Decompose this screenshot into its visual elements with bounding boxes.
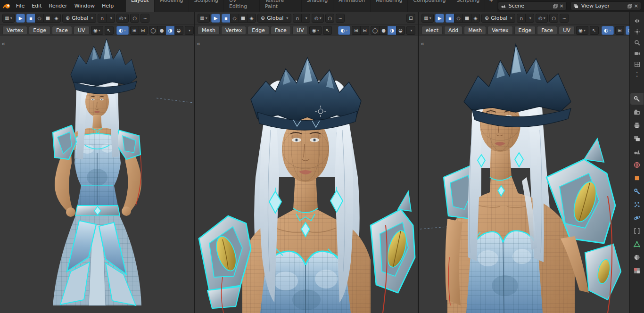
collapse-panel-icon[interactable]: « xyxy=(1,41,5,47)
face-select-mode-button[interactable]: ■ xyxy=(43,14,52,23)
solid-shading-button[interactable]: ● xyxy=(379,26,388,35)
uv-menu-button[interactable]: UV xyxy=(74,26,90,35)
snap-settings-dropdown[interactable]: ▾ xyxy=(525,14,534,23)
visibility-dropdown[interactable]: ◉▾ xyxy=(576,26,588,35)
tab-tool[interactable] xyxy=(630,93,644,105)
menu-help[interactable]: Help xyxy=(99,1,117,10)
grid-toggle-icon[interactable] xyxy=(631,59,643,69)
add-menu-button[interactable]: Add xyxy=(444,26,462,35)
vertex-select-mode-button[interactable]: ▪ xyxy=(222,14,231,23)
proportional-editing-toggle[interactable]: ○ xyxy=(549,14,558,23)
material-shading-button[interactable]: ◑ xyxy=(388,26,396,35)
snap-magnet-icon[interactable]: ∩ xyxy=(517,14,526,23)
pivot-point-dropdown[interactable]: ◎▾ xyxy=(536,14,548,23)
collapse-panel-icon[interactable]: « xyxy=(197,41,200,47)
select-cursor-icon[interactable]: ↖ xyxy=(105,26,114,35)
add-workspace-button[interactable]: + xyxy=(485,0,497,12)
new-view-layer-icon[interactable] xyxy=(627,4,632,8)
blender-logo-icon[interactable] xyxy=(2,2,11,10)
tab-constraints[interactable] xyxy=(630,225,644,237)
material-shading-button[interactable]: ◑ xyxy=(166,26,175,35)
face-menu-button[interactable]: Face xyxy=(52,26,72,35)
vertex-select-mode-button[interactable]: ▪ xyxy=(446,14,454,23)
tweak-tool-button[interactable]: ▶ xyxy=(16,14,25,23)
tab-modeling[interactable]: Modeling xyxy=(155,0,189,12)
editor-type-button[interactable]: ▦▾ xyxy=(2,14,15,23)
vertex-select-mode-button[interactable]: ▪ xyxy=(26,14,35,23)
menu-file[interactable]: File xyxy=(13,1,28,10)
tab-render[interactable] xyxy=(630,106,644,118)
tab-physics[interactable] xyxy=(630,212,644,223)
proportional-falloff-dropdown[interactable]: ∼ xyxy=(140,14,149,23)
solid-shading-button[interactable]: ● xyxy=(157,26,166,35)
unlink-scene-icon[interactable]: × xyxy=(560,3,564,9)
snap-settings-dropdown[interactable]: ▾ xyxy=(301,14,310,23)
snap-settings-dropdown[interactable]: ▾ xyxy=(106,14,115,23)
proportional-editing-toggle[interactable]: ○ xyxy=(325,14,334,23)
material-preview-dropdown[interactable]: ◐▾ xyxy=(338,26,350,35)
xray-select-mode-button[interactable]: ◈ xyxy=(247,14,256,23)
face-menu-button[interactable]: Face xyxy=(271,26,291,35)
expand-arrows-icon[interactable] xyxy=(631,16,643,25)
tweak-tool-button[interactable]: ▶ xyxy=(435,14,444,23)
tab-rendering[interactable]: Rendering xyxy=(371,0,407,12)
tab-world[interactable] xyxy=(630,159,644,171)
transform-orientation-dropdown[interactable]: ⊕Global▾ xyxy=(62,14,96,23)
pivot-point-dropdown[interactable]: ◎▾ xyxy=(312,14,324,23)
vertex-menu-button[interactable]: Vertex xyxy=(2,26,27,35)
material-preview-dropdown[interactable]: ◐▾ xyxy=(116,26,129,35)
tab-material[interactable] xyxy=(630,251,644,263)
material-shading-button[interactable]: ◑ xyxy=(626,26,629,35)
mesh-menu-button[interactable]: Mesh xyxy=(198,26,220,35)
tab-scene[interactable] xyxy=(630,146,644,157)
xray-select-mode-button[interactable]: ◈ xyxy=(52,14,61,23)
uv-menu-button[interactable]: UV xyxy=(559,26,575,35)
proportional-falloff-dropdown[interactable]: ∼ xyxy=(336,14,345,23)
tab-uv-editing[interactable]: UV Editing xyxy=(224,0,259,12)
material-preview-dropdown[interactable]: ◐▾ xyxy=(602,26,614,35)
vertex-menu-button[interactable]: Vertex xyxy=(487,26,512,35)
tab-modifiers[interactable] xyxy=(630,185,644,197)
proportional-falloff-dropdown[interactable]: ∼ xyxy=(560,14,569,23)
visibility-dropdown[interactable]: ◉▾ xyxy=(91,26,103,35)
rendered-shading-button[interactable]: ◒ xyxy=(174,26,183,35)
shading-settings-dropdown[interactable]: ▾ xyxy=(406,26,415,35)
uv-menu-button[interactable]: UV xyxy=(292,26,308,35)
tab-output[interactable] xyxy=(630,119,644,131)
3d-viewport-canvas-3[interactable]: « xyxy=(419,36,629,313)
overlays-toggle[interactable]: ⊞ xyxy=(130,26,139,35)
transform-orientation-dropdown[interactable]: ⊕Global▾ xyxy=(481,14,515,23)
edge-menu-button[interactable]: Edge xyxy=(514,26,536,35)
remove-view-layer-icon[interactable]: × xyxy=(634,3,638,9)
select-cursor-icon[interactable]: ↖ xyxy=(323,26,332,35)
xray-toggle[interactable]: ⊟ xyxy=(360,26,369,35)
transform-orientation-dropdown[interactable]: ⊕Global▾ xyxy=(257,14,291,23)
tab-object-data[interactable] xyxy=(630,238,644,250)
tab-scripting[interactable]: Scripting xyxy=(451,0,485,12)
face-select-mode-button[interactable]: ■ xyxy=(462,14,471,23)
3d-viewport-canvas-2[interactable]: « xyxy=(195,36,418,313)
tab-animation[interactable]: Animation xyxy=(333,0,370,12)
wireframe-shading-button[interactable]: ◯ xyxy=(149,26,158,35)
tab-shading[interactable]: Shading xyxy=(302,0,333,12)
edge-select-mode-button[interactable]: ◇ xyxy=(35,14,44,23)
collapse-panel-icon[interactable]: « xyxy=(421,41,424,47)
edge-select-mode-button[interactable]: ◇ xyxy=(230,14,239,23)
tab-texture[interactable] xyxy=(630,264,644,276)
tab-sculpting[interactable]: Sculpting xyxy=(189,0,223,12)
xray-toggle[interactable]: ⊟ xyxy=(139,26,148,35)
tab-layout[interactable]: Layout xyxy=(126,0,154,12)
editor-type-button[interactable]: ▦▾ xyxy=(198,14,210,23)
mesh-menu-button[interactable]: Mesh xyxy=(464,26,486,35)
new-scene-icon[interactable] xyxy=(553,4,558,8)
tab-view-layer[interactable] xyxy=(630,132,644,144)
menu-render[interactable]: Render xyxy=(45,1,70,10)
scene-selector[interactable]: Scene × xyxy=(498,1,567,10)
proportional-editing-toggle[interactable]: ○ xyxy=(130,14,139,23)
snap-magnet-icon[interactable]: ∩ xyxy=(293,14,302,23)
browse-scene-icon[interactable] xyxy=(501,3,506,8)
fullscreen-area-icon[interactable]: ⊡ xyxy=(406,14,415,23)
rendered-shading-button[interactable]: ◒ xyxy=(396,26,405,35)
tweak-tool-button[interactable]: ▶ xyxy=(211,14,220,23)
tab-texture-paint[interactable]: Texture Paint xyxy=(260,0,301,12)
